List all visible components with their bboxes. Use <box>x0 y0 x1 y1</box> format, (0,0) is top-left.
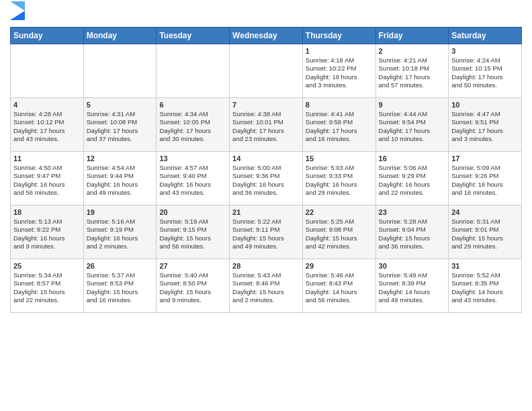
day-number: 9 <box>379 101 446 109</box>
day-info: Sunrise: 4:21 AM Sunset: 10:18 PM Daylig… <box>379 56 446 89</box>
calendar-cell: 14Sunrise: 5:00 AM Sunset: 9:36 PM Dayli… <box>230 152 303 205</box>
day-number: 31 <box>451 262 519 270</box>
day-number: 22 <box>306 208 373 216</box>
day-number: 10 <box>451 101 519 109</box>
day-number: 20 <box>159 208 226 216</box>
calendar-cell: 25Sunrise: 5:34 AM Sunset: 8:57 PM Dayli… <box>11 259 84 313</box>
calendar-cell: 13Sunrise: 4:57 AM Sunset: 9:40 PM Dayli… <box>157 152 230 205</box>
day-info: Sunrise: 4:47 AM Sunset: 9:51 PM Dayligh… <box>451 110 519 143</box>
calendar-cell: 15Sunrise: 5:03 AM Sunset: 9:33 PM Dayli… <box>302 152 375 205</box>
logo <box>10 7 25 21</box>
calendar-cell: 1Sunrise: 4:18 AM Sunset: 10:22 PM Dayli… <box>302 44 375 98</box>
day-number: 18 <box>13 208 81 216</box>
calendar-cell: 20Sunrise: 5:19 AM Sunset: 9:15 PM Dayli… <box>157 205 230 259</box>
weekday-header-wednesday: Wednesday <box>230 28 303 44</box>
day-number: 27 <box>159 262 226 270</box>
calendar-cell: 27Sunrise: 5:40 AM Sunset: 8:50 PM Dayli… <box>157 259 230 313</box>
day-info: Sunrise: 5:22 AM Sunset: 9:11 PM Dayligh… <box>232 218 300 250</box>
calendar-cell: 10Sunrise: 4:47 AM Sunset: 9:51 PM Dayli… <box>449 98 522 152</box>
day-info: Sunrise: 4:24 AM Sunset: 10:15 PM Daylig… <box>451 56 519 89</box>
calendar-cell: 6Sunrise: 4:34 AM Sunset: 10:05 PM Dayli… <box>157 98 230 152</box>
day-info: Sunrise: 5:37 AM Sunset: 8:53 PM Dayligh… <box>87 271 154 304</box>
calendar-cell: 2Sunrise: 4:21 AM Sunset: 10:18 PM Dayli… <box>375 44 449 98</box>
day-number: 30 <box>379 262 446 270</box>
calendar-cell <box>83 44 157 98</box>
weekday-header-sunday: Sunday <box>11 28 84 44</box>
calendar-cell: 9Sunrise: 4:44 AM Sunset: 9:54 PM Daylig… <box>375 98 449 152</box>
day-number: 28 <box>232 262 300 270</box>
calendar-cell: 7Sunrise: 4:38 AM Sunset: 10:01 PM Dayli… <box>230 98 303 152</box>
calendar-cell <box>157 44 230 98</box>
day-number: 19 <box>87 208 154 216</box>
day-info: Sunrise: 5:34 AM Sunset: 8:57 PM Dayligh… <box>13 271 81 304</box>
day-info: Sunrise: 5:49 AM Sunset: 8:39 PM Dayligh… <box>379 271 446 304</box>
day-number: 1 <box>306 47 373 55</box>
day-info: Sunrise: 5:43 AM Sunset: 8:46 PM Dayligh… <box>232 271 300 304</box>
day-info: Sunrise: 5:00 AM Sunset: 9:36 PM Dayligh… <box>232 164 300 197</box>
day-number: 12 <box>87 154 154 163</box>
day-info: Sunrise: 5:06 AM Sunset: 9:29 PM Dayligh… <box>379 164 446 197</box>
day-info: Sunrise: 5:13 AM Sunset: 9:22 PM Dayligh… <box>13 218 81 250</box>
calendar-cell: 29Sunrise: 5:46 AM Sunset: 8:43 PM Dayli… <box>302 259 375 313</box>
day-info: Sunrise: 5:16 AM Sunset: 9:19 PM Dayligh… <box>87 218 154 250</box>
day-number: 23 <box>379 208 446 216</box>
day-info: Sunrise: 4:44 AM Sunset: 9:54 PM Dayligh… <box>379 110 446 143</box>
calendar-cell: 28Sunrise: 5:43 AM Sunset: 8:46 PM Dayli… <box>230 259 303 313</box>
day-number: 11 <box>13 154 81 163</box>
day-info: Sunrise: 4:38 AM Sunset: 10:01 PM Daylig… <box>232 110 300 143</box>
day-number: 4 <box>13 101 81 109</box>
day-number: 14 <box>232 154 300 163</box>
calendar-cell <box>230 44 303 98</box>
weekday-header-saturday: Saturday <box>449 28 522 44</box>
day-number: 8 <box>306 101 373 109</box>
calendar-cell: 26Sunrise: 5:37 AM Sunset: 8:53 PM Dayli… <box>83 259 157 313</box>
day-info: Sunrise: 4:18 AM Sunset: 10:22 PM Daylig… <box>306 56 373 89</box>
day-info: Sunrise: 5:25 AM Sunset: 9:08 PM Dayligh… <box>306 218 373 250</box>
calendar-cell: 8Sunrise: 4:41 AM Sunset: 9:58 PM Daylig… <box>302 98 375 152</box>
weekday-header-friday: Friday <box>375 28 449 44</box>
logo-arrow-icon <box>6 1 25 20</box>
day-number: 17 <box>451 154 519 163</box>
day-number: 2 <box>379 47 446 55</box>
day-number: 15 <box>306 154 373 163</box>
calendar-cell: 19Sunrise: 5:16 AM Sunset: 9:19 PM Dayli… <box>83 205 157 259</box>
day-info: Sunrise: 5:19 AM Sunset: 9:15 PM Dayligh… <box>159 218 226 250</box>
day-number: 29 <box>306 262 373 270</box>
day-number: 25 <box>13 262 81 270</box>
day-info: Sunrise: 4:34 AM Sunset: 10:05 PM Daylig… <box>159 110 226 143</box>
day-info: Sunrise: 4:54 AM Sunset: 9:44 PM Dayligh… <box>87 164 154 197</box>
svg-marker-1 <box>10 1 25 11</box>
calendar-cell <box>11 44 84 98</box>
day-info: Sunrise: 5:52 AM Sunset: 8:35 PM Dayligh… <box>451 271 519 304</box>
day-number: 5 <box>87 101 154 109</box>
day-number: 7 <box>232 101 300 109</box>
calendar-cell: 23Sunrise: 5:28 AM Sunset: 9:04 PM Dayli… <box>375 205 449 259</box>
day-info: Sunrise: 4:57 AM Sunset: 9:40 PM Dayligh… <box>159 164 226 197</box>
day-info: Sunrise: 4:28 AM Sunset: 10:12 PM Daylig… <box>13 110 81 143</box>
calendar-cell: 22Sunrise: 5:25 AM Sunset: 9:08 PM Dayli… <box>302 205 375 259</box>
calendar-cell: 5Sunrise: 4:31 AM Sunset: 10:08 PM Dayli… <box>83 98 157 152</box>
day-info: Sunrise: 4:41 AM Sunset: 9:58 PM Dayligh… <box>306 110 373 143</box>
day-info: Sunrise: 5:28 AM Sunset: 9:04 PM Dayligh… <box>379 218 446 250</box>
calendar-cell: 18Sunrise: 5:13 AM Sunset: 9:22 PM Dayli… <box>11 205 84 259</box>
day-number: 6 <box>159 101 226 109</box>
weekday-header-thursday: Thursday <box>302 28 375 44</box>
calendar-cell: 16Sunrise: 5:06 AM Sunset: 9:29 PM Dayli… <box>375 152 449 205</box>
day-number: 3 <box>451 47 519 55</box>
calendar-table: SundayMondayTuesdayWednesdayThursdayFrid… <box>10 27 522 313</box>
day-info: Sunrise: 5:03 AM Sunset: 9:33 PM Dayligh… <box>306 164 373 197</box>
day-number: 13 <box>159 154 226 163</box>
calendar-cell: 31Sunrise: 5:52 AM Sunset: 8:35 PM Dayli… <box>449 259 522 313</box>
calendar-cell: 3Sunrise: 4:24 AM Sunset: 10:15 PM Dayli… <box>449 44 522 98</box>
day-info: Sunrise: 5:46 AM Sunset: 8:43 PM Dayligh… <box>306 271 373 304</box>
calendar-cell: 17Sunrise: 5:09 AM Sunset: 9:26 PM Dayli… <box>449 152 522 205</box>
header <box>10 7 522 21</box>
day-info: Sunrise: 5:40 AM Sunset: 8:50 PM Dayligh… <box>159 271 226 304</box>
day-info: Sunrise: 5:31 AM Sunset: 9:01 PM Dayligh… <box>451 218 519 250</box>
calendar-cell: 4Sunrise: 4:28 AM Sunset: 10:12 PM Dayli… <box>11 98 84 152</box>
calendar-cell: 11Sunrise: 4:50 AM Sunset: 9:47 PM Dayli… <box>11 152 84 205</box>
day-info: Sunrise: 4:31 AM Sunset: 10:08 PM Daylig… <box>87 110 154 143</box>
day-number: 21 <box>232 208 300 216</box>
svg-marker-0 <box>10 11 25 20</box>
day-info: Sunrise: 4:50 AM Sunset: 9:47 PM Dayligh… <box>13 164 81 197</box>
